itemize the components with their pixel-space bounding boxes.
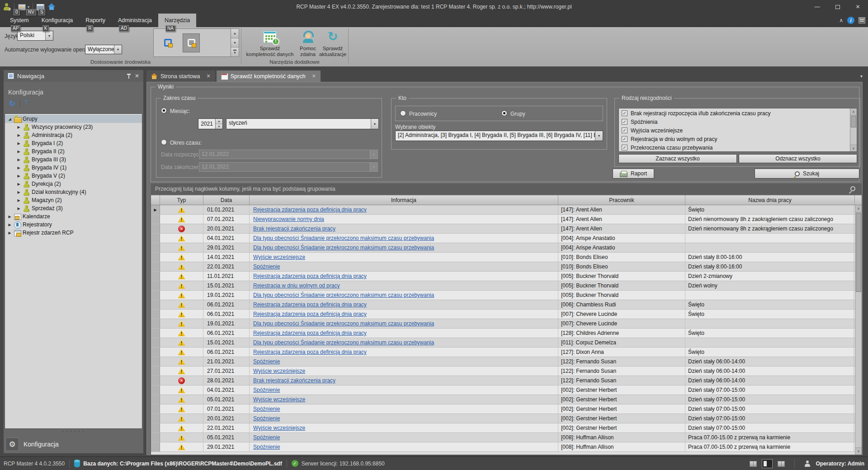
table-row[interactable]: !27.01.2021Wyjście wcześniejsze[122]: Fe… — [151, 367, 855, 376]
document-tab-sprawdz-kompletnosc-danych[interactable]: Sprawdź kompletność danych✕ — [217, 70, 321, 82]
info-icon[interactable]: i — [847, 17, 854, 24]
expand-expander-icon[interactable]: ▶ — [7, 215, 13, 219]
month-radio[interactable] — [161, 108, 167, 113]
collapse-all-icon[interactable]: ↑ — [25, 100, 28, 107]
table-row[interactable]: !06.01.2021Rejestracja zdarzenia poza de… — [151, 329, 855, 338]
autologout-select[interactable]: Wyłączone ▾ — [85, 45, 122, 54]
checkbox-checked-icon[interactable]: ✓ — [622, 110, 627, 116]
header-nazwa-dnia-pracy[interactable]: Nazwa dnia pracy — [685, 195, 855, 205]
info-link[interactable]: Brak rejestracji zakończenia pracy — [253, 377, 335, 384]
collapse-expander-icon[interactable]: ◢ — [7, 117, 13, 121]
table-row[interactable]: !04.01.2021Dla typu obecności Śniadanie … — [151, 234, 855, 243]
expand-expander-icon[interactable]: ▶ — [7, 223, 13, 227]
language-select[interactable]: Polski ▾ — [17, 31, 53, 41]
checkbox-checked-icon[interactable]: ✓ — [622, 127, 627, 133]
tree-node[interactable]: ▶Magazyn (2) — [5, 196, 142, 204]
month-radio-label[interactable]: Miesiąc: — [170, 108, 190, 114]
expand-expander-icon[interactable]: ▶ — [16, 141, 22, 146]
table-row[interactable]: ✕28.01.2021Brak rejestracji zakończenia … — [151, 376, 855, 385]
info-link[interactable]: Rejestracja zdarzenia poza definicją dni… — [253, 207, 367, 213]
splitter-handle[interactable]: · · · · · · — [4, 429, 143, 434]
table-scrollbar[interactable]: ∧ ∨ — [855, 205, 862, 455]
info-link[interactable]: Spóźnienie — [253, 358, 280, 365]
tree-node[interactable]: ▶Sprzedaż (3) — [5, 204, 142, 212]
info-link[interactable]: Dla typu obecności Śniadanie przekroczon… — [253, 235, 434, 241]
tree-node[interactable]: ◢Grupy — [5, 115, 142, 123]
tree-node[interactable]: ▶Brygada V (2) — [5, 172, 142, 180]
info-link[interactable]: Wyjście wcześniejsze — [253, 368, 305, 374]
sidebar-item-konfiguracja[interactable]: ⚙ Konfiguracja — [5, 436, 142, 452]
info-link[interactable]: Rejestracja zdarzenia poza definicją dni… — [253, 349, 367, 355]
checkbox-checked-icon[interactable]: ✓ — [622, 145, 627, 150]
tree-node[interactable]: ▶Brygada II (2) — [5, 147, 142, 155]
status-operators[interactable]: Operatorzy: Admin — [816, 461, 864, 467]
theme-item-light[interactable] — [159, 33, 176, 52]
deselect-all-button[interactable]: Odznacz wszystko — [739, 154, 857, 163]
month-select[interactable]: styczeń ▾ — [226, 118, 379, 129]
info-link[interactable]: Dla typu obecności Śniadanie przekroczon… — [253, 244, 434, 251]
refresh-icon[interactable]: ↻ — [9, 100, 15, 108]
expand-expander-icon[interactable]: ▶ — [16, 166, 22, 170]
table-row[interactable]: !22.01.2021Spóźnienie[010]: Bonds Eliseo… — [151, 262, 855, 272]
tree-node[interactable]: ▶Kalendarze — [5, 212, 142, 221]
scroll-down-icon[interactable]: ∨ — [850, 145, 857, 151]
discrepancy-item[interactable]: ✓Przekroczenia czasu przebywania — [619, 143, 850, 151]
minimize-button[interactable]: — — [807, 0, 827, 14]
info-link[interactable]: Spóźnienie — [253, 406, 280, 412]
tree-node[interactable]: ▶Brygada IV (1) — [5, 164, 142, 172]
info-link[interactable]: Dla typu obecności Śniadanie przekroczon… — [253, 320, 434, 327]
info-link[interactable]: Rejestracja zdarzenia poza definicją dni… — [253, 301, 367, 308]
calendar-grid-icon[interactable] — [859, 17, 865, 24]
group-by-bar[interactable]: Przeciągnij tutaj nagłówek kolumny, jeśl… — [151, 183, 862, 195]
table-row[interactable]: !07.01.2021Niewypracowanie normy dnia[14… — [151, 215, 855, 224]
collapse-ribbon-icon[interactable]: ∧ — [839, 18, 843, 23]
ribbon-tab-konfiguracja[interactable]: KonfiguracjaK — [35, 14, 80, 27]
table-row[interactable]: !04.01.2021Spóźnienie[002]: Gerstner Her… — [151, 385, 855, 395]
theme-item-dark-selected[interactable] — [183, 33, 200, 52]
close-tab-icon[interactable]: ✕ — [312, 73, 316, 79]
table-row[interactable]: !20.01.2021Spóźnienie[002]: Gerstner Her… — [151, 414, 855, 423]
ribbon-tab-raporty[interactable]: RaportyR — [79, 14, 112, 27]
search-button[interactable]: Szukaj — [755, 169, 859, 179]
table-row[interactable]: !19.01.2021Dla typu obecności Śniadanie … — [151, 319, 855, 329]
gallery-down-button[interactable]: ▼ — [231, 38, 239, 48]
info-link[interactable]: Rejestracja zdarzenia poza definicją dni… — [253, 330, 367, 336]
gallery-up-button[interactable]: ▲ — [231, 29, 239, 38]
chevron-down-icon[interactable]: ▾ — [371, 119, 378, 129]
scroll-up-icon[interactable]: ∧ — [855, 205, 862, 212]
scrollbar-thumb[interactable] — [851, 116, 856, 127]
checkbox-checked-icon[interactable]: ✓ — [622, 119, 627, 125]
scrollbar-thumb[interactable] — [856, 213, 861, 292]
expand-expander-icon[interactable]: ▶ — [16, 150, 22, 154]
chevron-down-icon[interactable]: ▾ — [45, 31, 53, 40]
close-tab-icon[interactable]: ✕ — [207, 73, 211, 79]
spin-down-icon[interactable]: ▼ — [216, 124, 222, 129]
info-link[interactable]: Wyjście wcześniejsze — [253, 396, 305, 403]
expand-expander-icon[interactable]: ▶ — [16, 182, 22, 186]
info-link[interactable]: Dla typu obecności Śniadanie przekroczon… — [253, 339, 434, 346]
start-page-icon[interactable] — [47, 3, 56, 11]
remote-help-button[interactable]: Pomoc zdalna — [297, 28, 318, 57]
expand-expander-icon[interactable]: ▶ — [7, 231, 13, 235]
report-view-icon[interactable] — [750, 461, 757, 467]
report-button[interactable]: Raport — [613, 169, 654, 179]
employees-radio-label[interactable]: Pracownicy — [409, 111, 437, 117]
table-row[interactable]: !21.01.2021Spóźnienie[122]: Fernando Sus… — [151, 357, 855, 367]
selected-objects-select[interactable]: [2] Administracja, [3] Brygada I, [4] Br… — [395, 131, 603, 141]
spin-up-icon[interactable]: ▲ — [216, 119, 222, 124]
info-link[interactable]: Spóźnienie — [253, 415, 280, 422]
info-link[interactable]: Dla typu obecności Śniadanie przekroczon… — [253, 292, 434, 298]
employees-radio[interactable] — [400, 110, 406, 116]
tree-node[interactable]: ▶Administracja (2) — [5, 131, 142, 139]
scroll-down-icon[interactable]: ∨ — [855, 447, 862, 455]
table-row[interactable]: !29.01.2021Dla typu obecności Śniadanie … — [151, 243, 855, 253]
info-link[interactable]: Rejestracja zdarzenia poza definicją dni… — [253, 311, 367, 317]
discrepancy-item[interactable]: ✓Rejestracja w dniu wolnym od pracy — [619, 135, 850, 143]
table-row[interactable]: !29.01.2021Spóźnienie[008]: Huffman Alli… — [151, 442, 855, 452]
gallery-more-button[interactable]: ▼ — [231, 47, 239, 56]
chevron-down-icon[interactable]: ▾ — [28, 5, 29, 9]
header-typ[interactable]: Typ — [160, 195, 203, 205]
info-link[interactable]: Wyjście wcześniejsze — [253, 425, 305, 431]
groups-radio-label[interactable]: Grupy — [510, 111, 525, 117]
header-pracownik[interactable]: Pracownik — [558, 195, 685, 205]
